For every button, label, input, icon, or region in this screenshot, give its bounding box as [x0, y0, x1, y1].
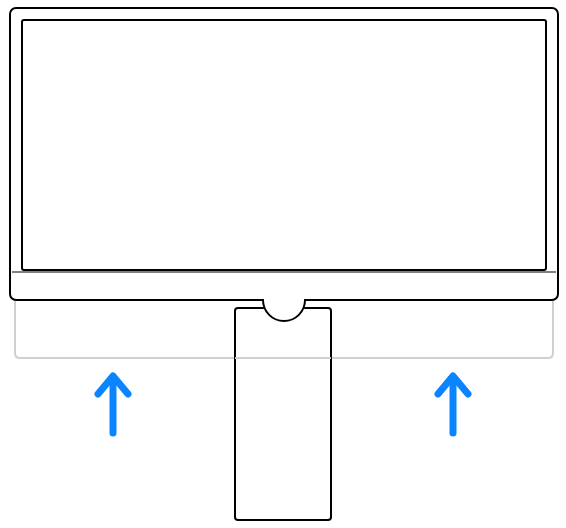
svg-rect-0 [235, 308, 331, 520]
height-adjust-diagram [0, 0, 566, 528]
stand [235, 308, 331, 520]
monitor [10, 8, 558, 321]
svg-rect-3 [22, 20, 546, 270]
up-arrow-right [438, 376, 468, 433]
up-arrow-left [98, 376, 128, 433]
